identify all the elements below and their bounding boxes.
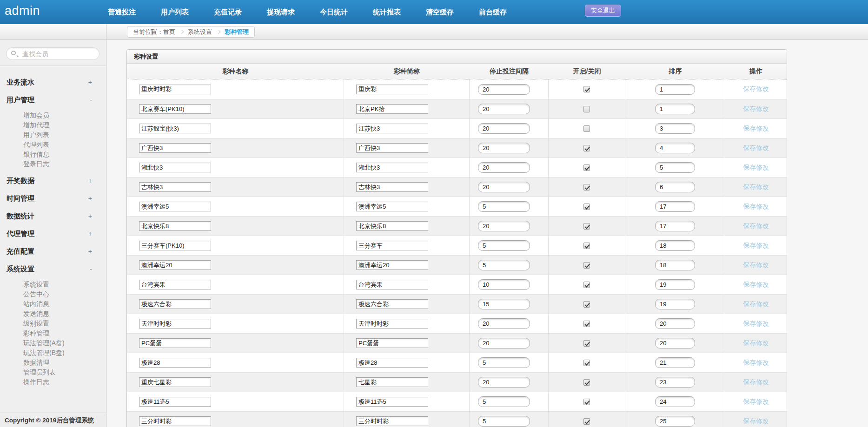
sidebar-item-8-10[interactable]: 管理员列表 [0,368,106,377]
lottery-abbr-input[interactable] [356,124,428,133]
lottery-name-input[interactable] [139,221,211,231]
sort-input[interactable] [655,396,695,407]
lottery-abbr-input[interactable] [356,85,428,94]
sidebar-item-8-4[interactable]: 发送消息 [0,309,106,319]
sidebar-item-8-5[interactable]: 级别设置 [0,319,106,328]
lottery-abbr-input[interactable] [356,260,428,270]
enabled-checkbox[interactable] [583,184,590,191]
stop-interval-input[interactable] [478,240,530,251]
save-modify-link[interactable]: 保存修改 [743,378,769,387]
stop-interval-input[interactable] [478,201,530,212]
stop-interval-input[interactable] [478,123,530,134]
enabled-checkbox[interactable] [583,321,590,327]
sidebar-item-8-9[interactable]: 数据清理 [0,358,106,368]
sort-input[interactable] [655,201,695,212]
enabled-checkbox[interactable] [583,418,590,425]
save-modify-link[interactable]: 保存修改 [743,222,769,230]
save-modify-link[interactable]: 保存修改 [743,359,769,367]
lottery-name-input[interactable] [139,260,211,270]
sort-input[interactable] [655,299,695,309]
sidebar-item-2-4[interactable]: 代理列表 [0,140,106,150]
save-modify-link[interactable]: 保存修改 [743,398,769,406]
lottery-name-input[interactable] [139,143,211,153]
nav-item-3[interactable]: 充值记录 [201,0,254,24]
nav-item-8[interactable]: 前台缓存 [466,0,519,24]
lottery-name-input[interactable] [139,397,211,407]
lottery-abbr-input[interactable] [356,202,428,211]
enabled-checkbox[interactable] [583,145,590,151]
nav-item-1[interactable]: 普通投注 [95,0,148,24]
enabled-checkbox[interactable] [583,86,590,92]
logout-button[interactable]: 安全退出 [585,5,621,17]
enabled-checkbox[interactable] [583,243,590,249]
sort-input[interactable] [655,377,695,388]
sort-input[interactable] [655,338,695,348]
save-modify-link[interactable]: 保存修改 [743,339,769,348]
stop-interval-input[interactable] [478,338,530,348]
lottery-name-input[interactable] [139,85,211,94]
lottery-abbr-input[interactable] [356,280,428,289]
sidebar-item-8-3[interactable]: 站内消息 [0,299,106,309]
enabled-checkbox[interactable] [583,301,590,308]
sidebar-item-2-2[interactable]: 增加代理 [0,120,106,130]
save-modify-link[interactable]: 保存修改 [743,203,769,211]
save-modify-link[interactable]: 保存修改 [743,261,769,269]
lottery-name-input[interactable] [139,416,211,426]
lottery-name-input[interactable] [139,241,211,250]
lottery-abbr-input[interactable] [356,358,428,368]
sidebar-item-8-11[interactable]: 操作日志 [0,377,106,387]
enabled-checkbox[interactable] [583,262,590,269]
enabled-checkbox[interactable] [583,399,590,405]
stop-interval-input[interactable] [478,396,530,407]
sidebar-group-5[interactable]: 数据统计+ [0,207,106,225]
search-input[interactable] [22,48,94,59]
stop-interval-input[interactable] [478,143,530,153]
sort-input[interactable] [655,182,695,192]
lottery-abbr-input[interactable] [356,377,428,387]
lottery-abbr-input[interactable] [356,241,428,250]
lottery-name-input[interactable] [139,202,211,211]
save-modify-link[interactable]: 保存修改 [743,300,769,309]
save-modify-link[interactable]: 保存修改 [743,417,769,426]
enabled-checkbox[interactable] [583,282,590,288]
enabled-checkbox[interactable] [583,379,590,386]
sort-input[interactable] [655,279,695,290]
save-modify-link[interactable]: 保存修改 [743,105,769,113]
lottery-name-input[interactable] [139,319,211,328]
nav-item-4[interactable]: 提现请求 [254,0,307,24]
lottery-name-input[interactable] [139,338,211,348]
lottery-abbr-input[interactable] [356,163,428,172]
nav-item-7[interactable]: 清空缓存 [413,0,466,24]
sidebar-group-4[interactable]: 时间管理+ [0,190,106,207]
sidebar-item-8-8[interactable]: 玩法管理(B盘) [0,348,106,358]
sidebar-group-6[interactable]: 代理管理+ [0,225,106,243]
stop-interval-input[interactable] [478,84,530,95]
lottery-name-input[interactable] [139,182,211,192]
save-modify-link[interactable]: 保存修改 [743,164,769,172]
stop-interval-input[interactable] [478,357,530,368]
enabled-checkbox[interactable] [583,360,590,366]
sort-input[interactable] [655,123,695,134]
sort-input[interactable] [655,318,695,329]
sort-input[interactable] [655,240,695,251]
save-modify-link[interactable]: 保存修改 [743,281,769,289]
nav-item-6[interactable]: 统计报表 [360,0,413,24]
sort-input[interactable] [655,416,695,427]
lottery-abbr-input[interactable] [356,299,428,309]
stop-interval-input[interactable] [478,279,530,290]
lottery-name-input[interactable] [139,299,211,309]
sidebar-item-2-5[interactable]: 银行信息 [0,150,106,159]
sidebar-item-2-1[interactable]: 增加会员 [0,111,106,120]
lottery-name-input[interactable] [139,377,211,387]
lottery-abbr-input[interactable] [356,319,428,328]
sort-input[interactable] [655,104,695,114]
sort-input[interactable] [655,143,695,153]
enabled-checkbox[interactable] [583,106,590,112]
nav-item-5[interactable]: 今日统计 [307,0,360,24]
sidebar-item-8-6[interactable]: 彩种管理 [0,328,106,338]
sidebar-item-8-1[interactable]: 系统设置 [0,280,106,289]
stop-interval-input[interactable] [478,260,530,270]
stop-interval-input[interactable] [478,377,530,388]
save-modify-link[interactable]: 保存修改 [743,183,769,191]
lottery-name-input[interactable] [139,280,211,289]
